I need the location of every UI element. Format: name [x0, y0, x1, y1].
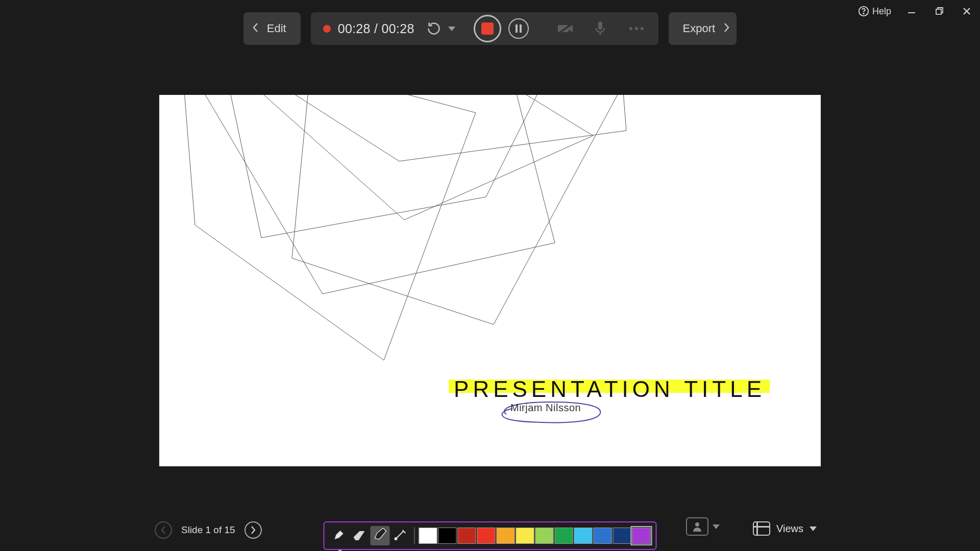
chevron-left-icon [160, 525, 166, 535]
ink-tool-highlighter[interactable] [371, 526, 390, 545]
ink-tool-eraser[interactable] [350, 526, 370, 545]
ink-toolbar [324, 521, 657, 550]
record-indicator-icon [323, 25, 331, 33]
slide-indicator: Slide 1 of 15 [181, 524, 235, 536]
color-swatch-blue[interactable] [594, 528, 612, 544]
ellipsis-icon [629, 27, 644, 31]
mic-toggle-button[interactable] [594, 21, 606, 36]
svg-point-21 [695, 522, 699, 527]
svg-point-11 [629, 27, 632, 30]
svg-rect-6 [516, 24, 518, 33]
camera-off-icon [557, 21, 575, 36]
export-button[interactable]: Export [669, 12, 737, 45]
recording-toolbar: 00:28 / 00:28 [311, 12, 658, 45]
color-swatch-green[interactable] [555, 528, 573, 544]
stop-recording-button[interactable] [474, 15, 501, 42]
chevron-right-icon [250, 525, 256, 535]
edit-label: Edit [267, 22, 286, 35]
retake-menu-button[interactable] [448, 27, 455, 31]
color-swatch-black[interactable] [438, 528, 457, 544]
retake-icon [427, 21, 441, 36]
color-swatch-red[interactable] [477, 528, 496, 544]
previous-slide-button[interactable] [155, 521, 172, 539]
color-swatch-orange[interactable] [497, 528, 515, 544]
cameo-button[interactable] [686, 517, 720, 536]
presentation-author: Mirjam Nilsson [510, 402, 581, 413]
slide-canvas[interactable]: PRESENTATION TITLE Mirjam Nilsson [159, 95, 821, 466]
microphone-icon [594, 21, 606, 36]
next-slide-button[interactable] [244, 521, 262, 539]
chevron-left-icon [252, 22, 259, 35]
laser-icon [394, 528, 408, 543]
svg-marker-14 [187, 95, 555, 294]
color-swatch-purple[interactable] [632, 528, 651, 544]
views-label: Views [776, 523, 803, 535]
retake-button[interactable] [427, 21, 441, 36]
pen-icon [333, 528, 346, 543]
ink-tool-pen[interactable] [330, 526, 349, 545]
color-swatch-light-green[interactable] [535, 528, 554, 544]
stop-icon [481, 22, 494, 35]
svg-point-12 [635, 27, 638, 30]
timer-display: 00:28 / 00:28 [338, 21, 414, 36]
highlighter-icon [373, 528, 387, 543]
svg-rect-9 [598, 21, 602, 30]
edit-button[interactable]: Edit [243, 12, 301, 45]
views-icon [753, 521, 770, 536]
geometric-decoration [159, 95, 821, 466]
chevron-down-icon [713, 524, 720, 529]
color-swatch-light-blue[interactable] [574, 528, 593, 544]
views-button[interactable]: Views [753, 521, 817, 536]
eraser-icon [353, 529, 367, 542]
svg-marker-17 [180, 95, 476, 360]
color-swatch-dark-blue[interactable] [613, 528, 631, 544]
chevron-right-icon [723, 22, 730, 35]
pause-recording-button[interactable] [508, 18, 529, 39]
svg-point-20 [395, 538, 397, 540]
ink-tool-laser[interactable] [391, 526, 410, 545]
pause-icon [515, 24, 522, 33]
svg-marker-19 [241, 95, 593, 220]
person-icon [693, 521, 702, 532]
chevron-down-icon [810, 527, 817, 531]
svg-rect-7 [520, 24, 522, 33]
color-swatch-dark-red[interactable] [458, 528, 476, 544]
toolbar-divider [414, 527, 415, 544]
svg-point-13 [641, 27, 644, 30]
export-label: Export [683, 22, 716, 35]
color-swatch-yellow[interactable] [516, 528, 534, 544]
svg-marker-15 [215, 95, 547, 238]
chevron-down-icon [448, 27, 455, 31]
more-options-button[interactable] [629, 27, 644, 31]
color-swatch-white[interactable] [419, 528, 437, 544]
camera-toggle-button[interactable] [557, 21, 575, 36]
presentation-title: PRESENTATION TITLE [454, 377, 766, 402]
svg-marker-16 [272, 95, 626, 161]
